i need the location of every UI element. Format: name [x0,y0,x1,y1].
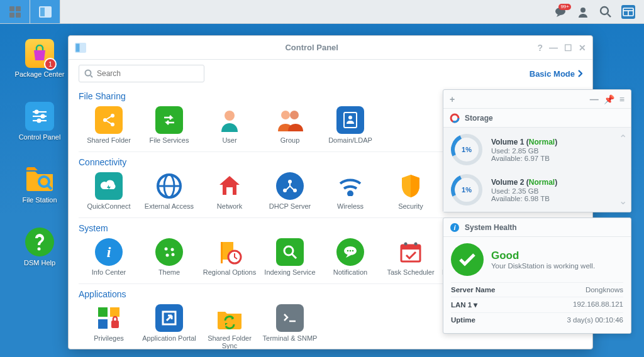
item-label: Shared Folder [87,136,131,144]
item-file-services[interactable]: File Services [139,106,199,150]
item-privileges[interactable]: Privileges [79,304,139,349]
item-theme[interactable]: Theme [139,238,199,282]
volume-name: Volume 1 [491,138,524,146]
search-icon [84,69,93,78]
folder-sync-icon [216,307,243,329]
user-icon[interactable] [576,5,590,19]
search-input[interactable] [79,65,204,82]
magnify-icon [282,244,298,260]
item-security[interactable]: Security [380,172,441,216]
svg-point-41 [172,253,175,256]
item-quickconnect[interactable]: QuickConnect [79,172,139,216]
item-label: Privileges [94,334,124,342]
user-icon [218,108,242,132]
item-label: User [222,136,236,144]
item-dhcp-server[interactable]: DHCP Server [260,172,320,216]
svg-point-50 [352,250,354,252]
desktop-icon-dsm-help[interactable]: DSM Help [11,228,68,266]
svg-point-29 [348,116,352,119]
svg-rect-19 [76,43,80,52]
info-icon: i [450,222,460,233]
add-widget-icon[interactable]: + [450,94,455,104]
item-label: Group [280,136,300,144]
svg-point-3 [580,8,586,13]
item-task-scheduler[interactable]: Task Scheduler [380,238,441,282]
item-shared-folder-sync[interactable]: Shared Folder Sync [199,304,260,349]
info-value: 3 day(s) 00:10:46 [567,316,623,324]
system-health-widget: i System Health Good Your DiskStation is… [443,217,631,334]
dashboard-button[interactable] [621,5,635,19]
item-group[interactable]: Group [260,106,320,150]
minimize-button[interactable]: — [549,43,558,53]
info-row: Server NameDongknows [451,282,623,297]
item-application-portal[interactable]: Application Portal [139,304,199,349]
window-titlebar[interactable]: Control Panel ? — ☐ ✕ [69,36,592,60]
item-domain-ldap[interactable]: Domain/LDAP [320,106,380,150]
item-user[interactable]: User [199,106,260,150]
volume-status: Normal [529,138,555,146]
svg-point-53 [404,243,408,246]
help-icon[interactable]: ? [537,43,543,53]
item-external-access[interactable]: External Access [139,172,199,216]
widget-menu-icon[interactable]: ≡ [619,94,625,104]
pin-widget-icon[interactable]: 📌 [604,94,614,104]
status-check-icon [451,243,484,276]
desktop-icon-package-center[interactable]: 1 Package Center [11,39,68,78]
item-network[interactable]: Network [199,172,260,216]
volume-name: Volume 2 [491,178,524,187]
show-desktop-button[interactable] [0,0,30,23]
scroll-up-icon[interactable]: ⌃ [619,133,627,145]
svg-rect-1 [40,8,45,16]
info-row-lan[interactable]: LAN 1 ▾192.168.88.121 [451,297,623,312]
item-label: DHCP Server [269,202,311,210]
taskbar: 99+ [0,0,644,24]
item-label: Security [398,202,423,210]
volume-status: Normal [529,178,555,187]
svg-point-49 [350,250,352,252]
svg-rect-58 [98,319,108,329]
desktop-icon-file-station[interactable]: File Station [11,165,68,204]
item-label: Regional Options [203,268,256,276]
desktop-icon-label: File Station [11,196,68,204]
item-wireless[interactable]: Wireless [320,172,380,216]
share-icon [101,113,116,128]
svg-point-37 [348,192,352,195]
usage-ring: 1% [451,134,482,165]
hub-icon [282,178,298,194]
apps-lock-icon [97,306,121,330]
item-label: QuickConnect [87,202,130,210]
item-regional-options[interactable]: Regional Options [199,238,260,282]
calendar-check-icon [399,240,423,264]
volume-row[interactable]: 1% Volume 2 (Normal) Used: 2.35 GB Avail… [451,174,623,206]
item-info-center[interactable]: iInfo Center [79,238,139,282]
item-label: Terminal & SNMP [263,334,318,342]
item-indexing-service[interactable]: Indexing Service [260,238,320,282]
notifications-icon[interactable]: 99+ [553,5,567,19]
desktop-icon-control-panel[interactable]: Control Panel [11,102,68,141]
mode-toggle[interactable]: Basic Mode [530,69,582,79]
taskbar-control-panel-button[interactable] [30,0,60,23]
item-shared-folder[interactable]: Shared Folder [79,106,139,150]
svg-point-48 [347,250,349,252]
search-field[interactable] [97,69,199,78]
shield-icon [400,173,421,199]
maximize-button[interactable]: ☐ [564,43,572,53]
item-label: Domain/LDAP [328,136,372,144]
item-terminal-snmp[interactable]: Terminal & SNMP [260,304,320,349]
close-button[interactable]: ✕ [579,43,586,53]
palette-icon [161,244,177,260]
svg-rect-28 [344,113,357,128]
wifi-icon [338,176,363,196]
book-user-icon [343,111,358,129]
window-toolbar: Basic Mode [69,60,592,87]
item-notification[interactable]: Notification [320,238,380,282]
system-tray: 99+ [545,0,644,23]
volume-row[interactable]: 1% Volume 1 (Normal) Used: 2.85 GB Avail… [451,134,623,165]
svg-point-20 [86,70,91,76]
search-icon[interactable] [599,5,613,19]
minimize-widget-icon[interactable]: — [590,94,599,104]
widget-panel: + — 📌 ≡ Storage ⌃ 1% Volume 1 (Normal) U… [443,89,631,334]
desktop-icon-label: Control Panel [11,133,68,141]
house-icon [217,175,242,197]
scroll-down-icon[interactable]: ⌄ [619,195,627,207]
